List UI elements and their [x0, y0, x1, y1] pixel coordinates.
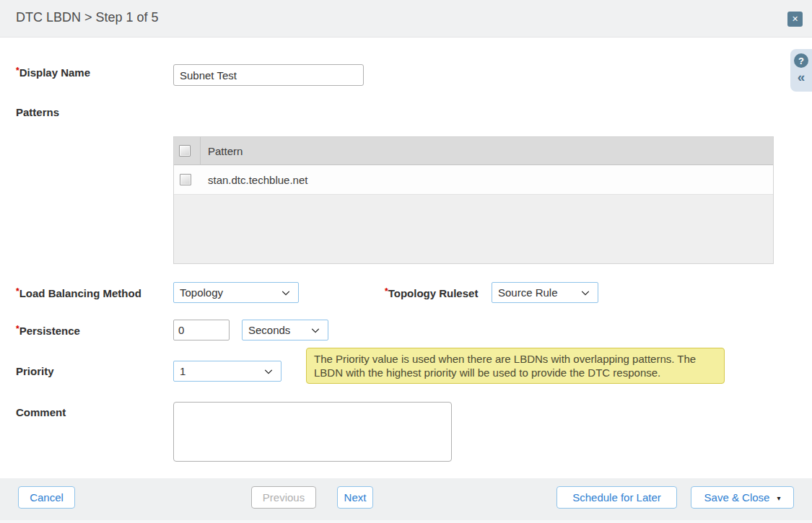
schedule-for-later-button[interactable]: Schedule for Later — [556, 486, 677, 509]
row-checkbox[interactable] — [180, 174, 191, 185]
pattern-cell: stan.dtc.techblue.net — [208, 174, 307, 186]
chevron-down-icon — [264, 366, 272, 374]
help-icon[interactable]: ? — [794, 53, 808, 68]
persistence-input[interactable] — [173, 320, 230, 340]
save-and-close-label: Save & Close — [704, 491, 770, 504]
collapse-icon[interactable]: « — [798, 69, 806, 86]
comment-textarea[interactable] — [173, 402, 452, 462]
select-all-checkbox[interactable] — [179, 145, 191, 157]
previous-button[interactable]: Previous — [251, 486, 316, 509]
page-title: DTC LBDN > Step 1 of 5 — [16, 10, 159, 25]
dtc-lbdn-wizard-dialog: DTC LBDN > Step 1 of 5 ✕ ? « *Display Na… — [0, 0, 812, 523]
next-button[interactable]: Next — [337, 486, 373, 509]
save-and-close-button[interactable]: Save & Close ▾ — [691, 486, 794, 509]
topology-ruleset-label: *Topology Ruleset — [385, 286, 478, 299]
display-name-input[interactable] — [173, 64, 364, 86]
cancel-button[interactable]: Cancel — [18, 486, 75, 509]
header-column-divider — [200, 137, 201, 165]
dialog-footer: Cancel Previous Next Schedule for Later … — [0, 478, 812, 523]
chevron-down-icon — [581, 287, 589, 295]
table-row[interactable]: stan.dtc.techblue.net — [174, 165, 773, 195]
priority-tooltip: The Priority value is used when there ar… — [306, 348, 725, 384]
priority-select[interactable]: 1 — [173, 361, 281, 382]
selected-value: Source Rule — [498, 286, 558, 299]
pattern-column-header: Pattern — [208, 145, 243, 157]
close-icon[interactable]: ✕ — [787, 12, 803, 27]
chevron-down-icon — [281, 287, 289, 295]
priority-label: Priority — [16, 365, 54, 377]
selected-value: Topology — [180, 286, 223, 299]
load-balancing-method-label: *Load Balancing Method — [16, 286, 141, 299]
dialog-header: DTC LBDN > Step 1 of 5 ✕ — [0, 0, 812, 38]
topology-ruleset-select[interactable]: Source Rule — [492, 282, 598, 303]
display-name-label: *Display Name — [16, 66, 90, 79]
load-balancing-method-select[interactable]: Topology — [173, 282, 299, 303]
persistence-unit-select[interactable]: Seconds — [242, 320, 328, 340]
persistence-label: *Persistence — [16, 324, 80, 337]
patterns-table-header: Pattern — [174, 137, 773, 165]
comment-label: Comment — [16, 406, 66, 418]
selected-value: Seconds — [248, 324, 290, 336]
selected-value: 1 — [180, 365, 185, 377]
chevron-down-icon — [311, 325, 319, 333]
patterns-table: Pattern stan.dtc.techblue.net — [173, 136, 774, 264]
help-flyout-panel: ? « — [790, 49, 812, 92]
patterns-label: Patterns — [16, 106, 59, 118]
save-options-caret-icon[interactable]: ▾ — [777, 494, 780, 502]
dialog-body: ? « *Display Name Patterns — [0, 38, 812, 478]
